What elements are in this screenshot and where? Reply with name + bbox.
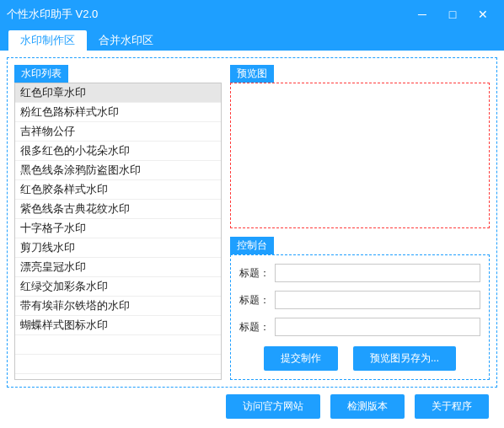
control-panel: 标题： 标题： 标题： 提交制作 预览图另存为... [230,254,490,380]
visit-site-button[interactable]: 访问官方网站 [226,394,320,419]
control-button-row: 提交制作 预览图另存为... [239,346,480,371]
list-item-empty [15,335,221,355]
list-item-empty [15,374,221,380]
tab-watermark-make[interactable]: 水印制作区 [8,30,87,51]
list-item[interactable]: 紫色线条古典花纹水印 [15,200,221,219]
list-item-empty [15,355,221,374]
close-icon[interactable]: ✕ [475,8,491,21]
maximize-icon[interactable]: □ [445,8,460,21]
window-title: 个性水印助手 V2.0 [7,7,415,22]
preview-box [230,83,490,228]
field1-label: 标题： [239,266,270,281]
list-item[interactable]: 红绿交加彩条水印 [15,277,221,297]
list-section-label: 水印列表 [14,65,68,83]
list-item[interactable]: 漂亮皇冠水印 [15,258,221,277]
list-item[interactable]: 吉祥物公仔 [15,122,221,142]
list-item[interactable]: 红色印章水印 [15,83,221,103]
form-row-2: 标题： [239,291,480,309]
field1-input[interactable] [275,264,480,282]
window-controls: ─ □ ✕ [415,8,497,21]
minimize-icon[interactable]: ─ [415,8,430,21]
title-bar: 个性水印助手 V2.0 ─ □ ✕ [0,0,504,29]
left-column: 水印列表 红色印章水印粉红色路标样式水印吉祥物公仔很多红色的小花朵水印黑色线条涂… [14,65,222,380]
tab-bar: 水印制作区 合并水印区 [0,29,504,51]
right-column: 预览图 控制台 标题： 标题： 标题： [230,65,490,380]
list-item[interactable]: 粉红色路标样式水印 [15,103,221,122]
field2-input[interactable] [275,291,480,309]
control-section-label: 控制台 [230,237,274,254]
content-area: 水印列表 红色印章水印粉红色路标样式水印吉祥物公仔很多红色的小花朵水印黑色线条涂… [0,51,504,426]
list-item[interactable]: 红色胶条样式水印 [15,180,221,200]
list-item[interactable]: 黑色线条涂鸦防盗图水印 [15,161,221,180]
watermark-list[interactable]: 红色印章水印粉红色路标样式水印吉祥物公仔很多红色的小花朵水印黑色线条涂鸦防盗图水… [14,83,222,380]
list-item[interactable]: 带有埃菲尔铁塔的水印 [15,297,221,316]
list-item[interactable]: 十字格子水印 [15,219,221,238]
submit-button[interactable]: 提交制作 [264,346,338,371]
about-button[interactable]: 关于程序 [415,394,489,419]
tab-watermark-merge[interactable]: 合并水印区 [87,30,165,51]
list-item[interactable]: 很多红色的小花朵水印 [15,142,221,161]
check-version-button[interactable]: 检测版本 [330,394,405,419]
field3-label: 标题： [239,320,270,334]
form-row-1: 标题： [239,264,480,282]
field3-input[interactable] [275,318,480,336]
form-row-3: 标题： [239,318,480,336]
preview-section-label: 预览图 [230,65,274,83]
main-panel: 水印列表 红色印章水印粉红色路标样式水印吉祥物公仔很多红色的小花朵水印黑色线条涂… [7,57,497,388]
list-item[interactable]: 剪刀线水印 [15,238,221,258]
save-preview-button[interactable]: 预览图另存为... [353,346,456,371]
field2-label: 标题： [239,293,270,308]
footer-bar: 访问官方网站 检测版本 关于程序 [7,388,497,419]
list-item[interactable]: 蝴蝶样式图标水印 [15,316,221,335]
